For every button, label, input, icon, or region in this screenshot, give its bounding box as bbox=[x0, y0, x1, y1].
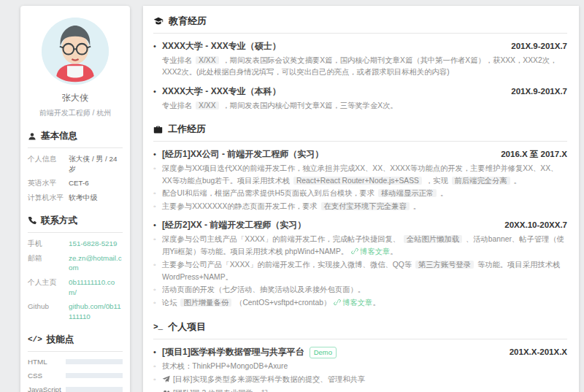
phone-icon bbox=[28, 216, 36, 225]
sub-bullet-icon: ◦ bbox=[153, 374, 162, 387]
skill-label: JavaScript bbox=[28, 385, 66, 392]
section-header-projects: >_个人项目 bbox=[153, 320, 567, 339]
inline-code: 第三方账号登录 bbox=[415, 261, 474, 269]
contact-section: 联系方式 手机151-6828-5219邮箱ze.zn@hotmail.com个… bbox=[28, 215, 123, 322]
item-header: •XXXX大学 - XXX专业（硕士）201X.9-201X.7 bbox=[153, 40, 567, 53]
sub-bullet-icon: ◦ bbox=[153, 201, 162, 212]
info-row: 邮箱ze.zn@hotmail.com bbox=[28, 253, 123, 273]
info-label: 计算机水平 bbox=[28, 193, 69, 203]
line-text: 专业排名 X/XX ，期间发表国际会议英文摘要X篇，国内核心期刊文章X篇（其中第… bbox=[162, 55, 567, 79]
inline-code: X/XX bbox=[196, 56, 218, 64]
inline-code: X/XX bbox=[196, 101, 218, 109]
sub-bullet-icon: ◦ bbox=[153, 259, 162, 283]
skill-row: HTML bbox=[28, 358, 123, 366]
item-line: 专业排名 X/XX ，期间发表国内核心期刊文章X篇，三等奖学金X次。 bbox=[153, 100, 567, 112]
item-line: ◦[目标]实现多类型多来源医学科学数据的提交、管理和共享 bbox=[153, 374, 567, 387]
inline-code: 移动端显示正常 bbox=[378, 189, 437, 197]
briefcase-icon bbox=[153, 125, 163, 134]
section-header-experience: 工作经历 bbox=[153, 123, 567, 142]
inline-code: React+React Router+Node.js+SASS bbox=[293, 177, 422, 185]
info-label: 邮箱 bbox=[28, 253, 69, 273]
resume-main: 教育经历•XXXX大学 - XXX专业（硕士）201X.9-201X.7专业排名… bbox=[143, 6, 579, 392]
candidate-title: 前端开发工程师 / 杭州 bbox=[28, 108, 123, 118]
sub-bullet-icon: ◦ bbox=[153, 297, 162, 310]
skills-title: 技能点 bbox=[47, 334, 74, 346]
item-date: 201X.9-201X.7 bbox=[511, 42, 567, 50]
paper-plane-icon bbox=[162, 374, 173, 387]
skill-label: CSS bbox=[28, 372, 66, 380]
bullet-icon: • bbox=[153, 347, 162, 356]
info-value: 软考中级 bbox=[69, 193, 97, 203]
person-icon bbox=[28, 132, 36, 141]
info-label: 英语水平 bbox=[28, 178, 69, 188]
link-icon bbox=[351, 247, 358, 258]
info-row: 手机151-6828-5219 bbox=[28, 239, 123, 249]
item-line: ◦主要参与公司产品「XXXX」的前端开发工作，实现接入微博、微信、QQ等 第三方… bbox=[153, 259, 567, 283]
info-label: 个人信息 bbox=[28, 154, 69, 174]
item-header: •XXXX大学 - XXX专业（本科）201X.9-201X.7 bbox=[153, 85, 567, 98]
sub-bullet-icon: ◦ bbox=[153, 234, 162, 258]
line-text: 技术栈：ThinkPHP+MongoDB+Axure bbox=[162, 361, 567, 372]
item-title: XXXX大学 - XXX专业（硕士） bbox=[162, 40, 281, 53]
contact-rows: 手机151-6828-5219邮箱ze.zn@hotmail.com个人主页0b… bbox=[28, 239, 123, 322]
info-label: 手机 bbox=[28, 239, 69, 249]
item-line: ◦主要参与XXXXXXX的静态页面开发工作，要求 在支付宝环境下完全兼容 。 bbox=[153, 201, 567, 212]
contact-link[interactable]: ze.zn@hotmail.com bbox=[69, 253, 123, 273]
item-line: ◦技术栈：ThinkPHP+MongoDB+Axure bbox=[153, 361, 567, 372]
sidebar: 张大侠 前端开发工程师 / 杭州 基本信息 个人信息张大侠 / 男 / 24岁英… bbox=[20, 6, 130, 392]
skill-label: HTML bbox=[28, 358, 66, 366]
sub-bullet-icon: ◦ bbox=[153, 361, 162, 372]
item-line: ◦论坛 图片增量备份 （CentOS+vsftpd+crontab）博客文章。 bbox=[153, 297, 567, 310]
contact-link[interactable]: github.com/0b11111110 bbox=[69, 301, 123, 321]
item-date: 201X.9-201X.7 bbox=[511, 87, 567, 96]
inline-code: 在支付宝环境下完全兼容 bbox=[321, 202, 410, 210]
skill-bar-track bbox=[66, 359, 123, 364]
resume-item: •[经历1]XX公司 - 前端开发工程师（实习）2016.X 至 2017.X◦… bbox=[153, 148, 567, 212]
skill-bar-track bbox=[66, 373, 123, 378]
terminal-icon: >_ bbox=[153, 323, 163, 331]
inline-code: 全站图片懒加载 bbox=[404, 235, 462, 243]
sub-bullet-icon: ◦ bbox=[153, 163, 162, 187]
contact-link[interactable]: 151-6828-5219 bbox=[69, 239, 117, 249]
item-line: [团队]同 2 位同专业同学一起 bbox=[153, 388, 567, 392]
item-header: •[经历1]XX公司 - 前端开发工程师（实习）2016.X 至 2017.X bbox=[153, 148, 567, 161]
info-value: CET-6 bbox=[69, 178, 89, 188]
section-title: 教育经历 bbox=[169, 15, 207, 28]
line-text: 配合UI和后端，根据产品需求提供H5页面嵌入到后台模块，要求 移动端显示正常 。 bbox=[162, 188, 567, 199]
sub-bullet-icon: ◦ bbox=[153, 284, 162, 296]
sub-bullet-icon: ◦ bbox=[153, 188, 162, 199]
info-label: Github bbox=[28, 301, 69, 321]
line-text: 论坛 图片增量备份 （CentOS+vsftpd+crontab）博客文章。 bbox=[162, 297, 567, 310]
info-row: Githubgithub.com/0b11111110 bbox=[28, 301, 123, 321]
section-projects: >_个人项目•[项目1]医学科学数据管理与共享平台Demo201X.X-201X… bbox=[153, 320, 567, 392]
skills-header: </> 技能点 bbox=[28, 334, 123, 352]
item-line: 专业排名 X/XX ，期间发表国际会议英文摘要X篇，国内核心期刊文章X篇（其中第… bbox=[153, 55, 567, 79]
resume-item: •[项目1]医学科学数据管理与共享平台Demo201X.X-201X.X◦技术栈… bbox=[153, 346, 567, 392]
resume-item: •XXXX大学 - XXX专业（本科）201X.9-201X.7专业排名 X/X… bbox=[153, 85, 567, 112]
grad-cap-icon bbox=[153, 16, 164, 26]
line-text: 深度参与XX项目迭代XX的前端开发工作，独立承担并完成XX、XX、XXXX等功能… bbox=[162, 163, 567, 187]
section-title: 个人项目 bbox=[168, 320, 206, 334]
skill-row: JavaScript bbox=[28, 385, 123, 392]
section-experience: 工作经历•[经历1]XX公司 - 前端开发工程师（实习）2016.X 至 201… bbox=[153, 123, 567, 310]
main-sections: 教育经历•XXXX大学 - XXX专业（硕士）201X.9-201X.7专业排名… bbox=[153, 15, 567, 392]
item-line: ◦深度参与公司主线产品「XXXX」的前端开发工作，完成帖子快捷回复、 全站图片懒… bbox=[153, 234, 567, 258]
section-header-education: 教育经历 bbox=[153, 15, 567, 34]
line-text: 主要参与公司产品「XXXX」的前端开发工作，实现接入微博、微信、QQ等 第三方账… bbox=[162, 259, 567, 283]
basic-info-section: 基本信息 个人信息张大侠 / 男 / 24岁英语水平CET-6计算机水平软考中级 bbox=[28, 130, 123, 203]
bullet-icon: • bbox=[153, 150, 162, 158]
contact-link[interactable]: 0b11111110.com/ bbox=[69, 277, 123, 297]
item-line: ◦深度参与XX项目迭代XX的前端开发工作，独立承担并完成XX、XX、XXXX等功… bbox=[153, 163, 567, 187]
info-row: 英语水平CET-6 bbox=[28, 178, 123, 188]
section-education: 教育经历•XXXX大学 - XXX专业（硕士）201X.9-201X.7专业排名… bbox=[153, 15, 567, 112]
item-header: •[经历2]XX - 前端开发工程师（实习）20XX.10-20XX.7 bbox=[153, 219, 567, 231]
blog-link[interactable]: 博客文章 bbox=[360, 247, 390, 255]
resume-item: •[经历2]XX - 前端开发工程师（实习）20XX.10-20XX.7◦深度参… bbox=[153, 219, 567, 310]
line-text: 专业排名 X/XX ，期间发表国内核心期刊文章X篇，三等奖学金X次。 bbox=[162, 100, 567, 112]
demo-badge[interactable]: Demo bbox=[310, 347, 337, 358]
item-date: 201X.X-201X.X bbox=[510, 347, 567, 356]
blog-link[interactable]: 博客文章 bbox=[342, 299, 372, 307]
line-text: 主要参与XXXXXXX的静态页面开发工作，要求 在支付宝环境下完全兼容 。 bbox=[162, 201, 567, 212]
item-date: 2016.X 至 2017.X bbox=[501, 149, 567, 160]
item-title: [经历1]XX公司 - 前端开发工程师（实习） bbox=[162, 148, 323, 161]
